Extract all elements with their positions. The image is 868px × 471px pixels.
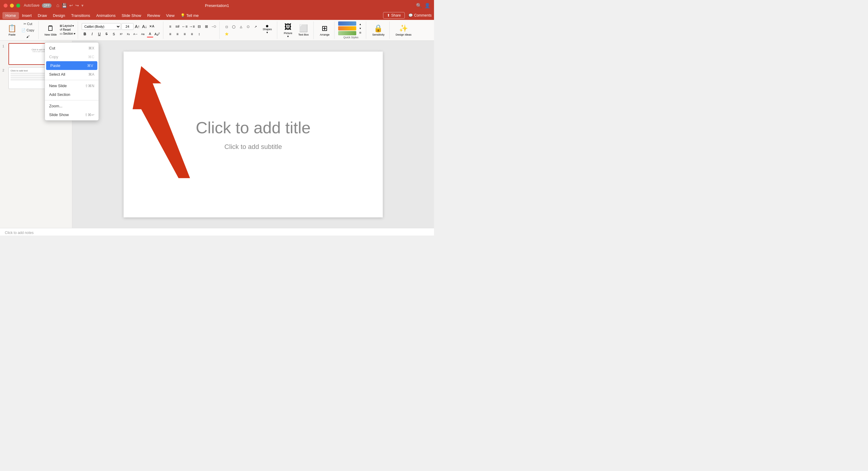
menu-home[interactable]: Home	[2, 12, 19, 19]
char-spacing-button[interactable]: A↔	[132, 31, 139, 37]
titlebar: AutoSave OFF ⌂ 💾 ↩ ↪ ▾ Presentation1 🔍 👤	[0, 0, 434, 11]
save-icon[interactable]: 💾	[62, 3, 67, 8]
clear-format-button[interactable]: ✕A	[149, 23, 155, 30]
autosave-badge[interactable]: OFF	[42, 3, 52, 8]
arrange-button[interactable]: ⊞ Arrange	[317, 23, 332, 37]
menu-review[interactable]: Review	[144, 12, 163, 19]
quick-style-3[interactable]	[338, 31, 356, 35]
menu-insert[interactable]: Insert	[19, 12, 35, 19]
new-slide-button[interactable]: 🗒 New Slide	[42, 23, 59, 37]
ctx-add-section-label: Add Section	[49, 92, 70, 97]
italic-button[interactable]: I	[89, 31, 96, 37]
align-center-button[interactable]: ≡	[174, 31, 181, 37]
slide-title-placeholder[interactable]: Click to add title	[195, 118, 310, 137]
line-spacing-button[interactable]: ↕	[196, 31, 203, 37]
styles-more[interactable]: ⊟	[357, 30, 364, 35]
ctx-separator-1	[45, 80, 72, 80]
highlight-button[interactable]: A🖊	[154, 31, 161, 37]
text-box-button[interactable]: ⬜ Text Box	[296, 23, 311, 37]
menu-view[interactable]: View	[163, 12, 178, 19]
sensitivity-icon: 🔒	[374, 24, 383, 33]
bullets-button[interactable]: ≡	[167, 23, 174, 30]
ctx-cut[interactable]: Cut ⌘X	[45, 44, 72, 53]
reset-button[interactable]: ↺ Reset	[60, 28, 75, 31]
align-right-button[interactable]: ≡	[181, 31, 188, 37]
ribbon-insert-group: 🖼 Picture ▾ ⬜ Text Box	[278, 22, 314, 39]
paste-button[interactable]: 📋 Paste	[5, 23, 19, 37]
smartart-convert-button[interactable]: →⬡	[210, 23, 217, 30]
slide-panel: 1 Click to add title Click to add subtit…	[0, 41, 72, 228]
text-direction-button[interactable]: ⊞	[203, 23, 210, 30]
ctx-select-all[interactable]: Select All ⌘A	[45, 70, 72, 79]
close-button[interactable]	[4, 4, 7, 7]
menu-slideshow[interactable]: Slide Show	[119, 12, 144, 19]
user-icon[interactable]: 👤	[424, 3, 430, 8]
search-icon[interactable]: 🔍	[416, 3, 422, 8]
shapes-button[interactable]: ⬟ Shapes ▾	[260, 23, 275, 35]
more-icon[interactable]: ▾	[82, 3, 84, 8]
font-color-button[interactable]: A	[147, 31, 153, 37]
ctx-add-section[interactable]: Add Section	[45, 90, 72, 99]
sensitivity-button[interactable]: 🔒 Sensitivity	[370, 23, 387, 37]
shadow-button[interactable]: S	[111, 31, 117, 37]
underline-button[interactable]: U	[96, 31, 103, 37]
slide-subtitle-placeholder[interactable]: Click to add subtitle	[224, 143, 282, 151]
comments-button[interactable]: 💬 Comments	[408, 13, 432, 18]
font-family-select[interactable]: Calibri (Body)	[82, 23, 121, 30]
undo-icon[interactable]: ↩	[69, 3, 73, 8]
quick-style-2[interactable]	[338, 26, 356, 30]
menu-tell-me[interactable]: 💡 Tell me	[178, 12, 202, 19]
increase-font-button[interactable]: A↑	[134, 23, 141, 30]
shape-3[interactable]: △	[238, 23, 244, 30]
menu-animations[interactable]: Animations	[93, 12, 119, 19]
notes-area[interactable]: Click to add notes	[0, 228, 434, 235]
menubar: Home Insert Draw Design Transitions Anim…	[0, 11, 434, 20]
canvas-area[interactable]: Click to add title Click to add subtitle	[72, 41, 434, 228]
shape-6[interactable]: ⭐	[223, 30, 230, 37]
ctx-zoom[interactable]: Zoom...	[45, 101, 72, 110]
design-ideas-button[interactable]: ✨ Design Ideas	[393, 23, 414, 37]
paste-icon: 📋	[7, 24, 17, 33]
shape-1[interactable]: ◻	[223, 23, 230, 30]
format-painter-button[interactable]: 🖌	[20, 34, 36, 39]
styles-down[interactable]: ▼	[357, 26, 364, 30]
shape-5[interactable]: ↗	[252, 23, 259, 30]
quick-style-1[interactable]	[338, 22, 356, 26]
ctx-new-slide[interactable]: New Slide ⇧⌘N	[45, 81, 72, 90]
shape-4[interactable]: ⬡	[245, 23, 252, 30]
shape-2[interactable]: ◯	[230, 23, 237, 30]
layout-button[interactable]: ⊞ Layout ▾	[60, 24, 75, 27]
maximize-button[interactable]	[16, 4, 20, 7]
home-icon[interactable]: ⌂	[56, 3, 59, 8]
bold-button[interactable]: B	[82, 31, 88, 37]
redo-icon[interactable]: ↪	[75, 3, 79, 8]
change-case-button[interactable]: Aa	[140, 31, 146, 37]
styles-up[interactable]: ▲	[357, 22, 364, 26]
cut-button[interactable]: ✂ Cut	[20, 21, 36, 27]
ctx-slide-show[interactable]: Slide Show ⇧⌘↩	[45, 110, 72, 119]
decrease-indent-button[interactable]: ←≡	[181, 23, 188, 30]
align-left-button[interactable]: ≡	[167, 31, 174, 37]
menu-design[interactable]: Design	[50, 12, 68, 19]
numbering-button[interactable]: ≡#	[174, 23, 181, 30]
ctx-paste-label: Paste	[50, 63, 60, 68]
section-button[interactable]: ▭ Section ▾	[60, 32, 75, 35]
picture-button[interactable]: 🖼 Picture ▾	[281, 22, 296, 39]
columns-button[interactable]: ⊟	[196, 23, 203, 30]
increase-indent-button[interactable]: →≡	[189, 23, 195, 30]
arrange-icon: ⊞	[321, 24, 328, 33]
decrease-font-button[interactable]: A↓	[141, 23, 148, 30]
share-button[interactable]: ⬆ Share	[383, 12, 405, 19]
copy-button[interactable]: 📄 Copy	[20, 27, 36, 33]
menu-transitions[interactable]: Transitions	[68, 12, 93, 19]
font-size-input[interactable]	[121, 23, 133, 30]
ctx-paste[interactable]: Paste ⌘V	[46, 61, 72, 70]
menu-draw[interactable]: Draw	[35, 12, 50, 19]
strikethrough-button[interactable]: S̶	[103, 31, 110, 37]
slide-canvas: Click to add title Click to add subtitle	[124, 52, 383, 217]
minimize-button[interactable]	[10, 4, 14, 7]
justify-button[interactable]: ≡	[189, 31, 195, 37]
superscript-button[interactable]: X²	[118, 31, 124, 37]
subscript-button[interactable]: X₂	[125, 31, 132, 37]
ctx-slide-show-label: Slide Show	[49, 113, 69, 117]
